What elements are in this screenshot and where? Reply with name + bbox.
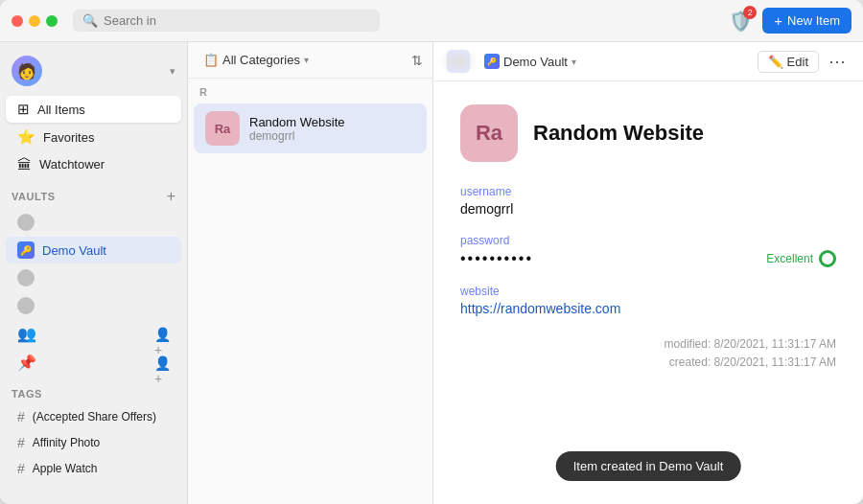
item-title: Random Website <box>533 121 704 146</box>
avatar: 🧑 <box>12 56 42 86</box>
meta-section: modified: 8/20/2021, 11:31:17 AM created… <box>460 335 836 372</box>
vault-icon-sm: 🔑 <box>484 54 500 69</box>
tags-section-header: TAGS <box>0 384 187 403</box>
tag-label: Affinity Photo <box>33 436 101 449</box>
gear-icon <box>17 214 35 231</box>
password-label: password <box>460 234 836 247</box>
tags-section: # (Accepted Share Offers) # Affinity Pho… <box>0 404 187 481</box>
vaults-section-header: VAULTS + <box>0 185 187 208</box>
titlebar-right: 🛡️ 2 + New Item <box>729 8 851 34</box>
item-avatar: Ra <box>460 104 518 162</box>
sidebar-item-tag-affinity-photo[interactable]: # Affinity Photo <box>6 430 181 455</box>
password-row: •••••••••• Excellent <box>460 250 836 267</box>
list-toolbar: 📋 All Categories ▾ ⇅ <box>188 42 432 79</box>
item-header: Ra Random Website <box>460 104 836 162</box>
category-label: All Categories <box>222 53 300 67</box>
star-icon: ⭐ <box>17 128 35 146</box>
list-item[interactable]: Ra Random Website demogrrl <box>194 103 427 153</box>
titlebar: 🔍 🛡️ 2 + New Item <box>0 0 863 42</box>
category-icon: 📋 <box>203 53 219 67</box>
search-bar[interactable]: 🔍 <box>73 10 380 32</box>
sidebar-item-favorites[interactable]: ⭐ Favorites <box>6 124 181 150</box>
list-item-subtitle: demogrrl <box>249 129 415 143</box>
website-label: website <box>460 285 836 298</box>
detail-toolbar-right: ✏️ Edit ⋯ <box>758 51 850 73</box>
minimize-button[interactable] <box>29 15 40 27</box>
password-strength: Excellent <box>766 250 836 267</box>
pencil-icon: ✏️ <box>768 55 783 69</box>
maximize-button[interactable] <box>46 15 58 27</box>
sidebar-item-label: Watchtower <box>39 157 105 172</box>
tag-label: (Accepted Share Offers) <box>33 410 156 424</box>
sidebar-item-tag-apple-watch[interactable]: # Apple Watch <box>6 456 181 481</box>
sidebar: 🧑 ▾ ⊞ All Items ⭐ Favorites 🏛 Watchtower <box>0 42 188 504</box>
detail-toolbar: 🔑 Demo Vault ▾ ✏️ Edit ⋯ <box>433 42 863 81</box>
sidebar-item-vault-1[interactable] <box>6 209 181 236</box>
watchtower-icon[interactable]: 🛡️ 2 <box>729 10 753 33</box>
sidebar-item-watchtower[interactable]: 🏛 Watchtower <box>6 151 181 177</box>
sidebar-item-vault-3[interactable] <box>6 264 181 291</box>
list-item-text: Random Website demogrrl <box>249 115 415 143</box>
website-value: https://randomwebsite.com <box>460 301 836 316</box>
search-input[interactable] <box>104 13 370 28</box>
sidebar-item-demo-vault[interactable]: 🔑 Demo Vault <box>6 237 181 263</box>
tag-icon: # <box>17 435 25 450</box>
sort-button[interactable]: ⇅ <box>411 53 423 68</box>
modified-text: modified: 8/20/2021, 11:31:17 AM <box>460 335 836 354</box>
profile-button[interactable]: 🧑 ▾ <box>0 50 187 92</box>
list-item-avatar: Ra <box>205 111 240 146</box>
password-value: •••••••••• <box>460 250 533 267</box>
edit-label: Edit <box>787 55 808 69</box>
strength-indicator <box>819 250 836 267</box>
add-person-icon: 👤+ <box>154 355 170 371</box>
list-item-name: Random Website <box>249 115 415 129</box>
sidebar-item-vault-4[interactable] <box>6 292 181 319</box>
chevron-icon: ▾ <box>304 55 309 65</box>
list-section-label: R <box>188 79 432 102</box>
search-icon: 🔍 <box>82 13 98 28</box>
gear-icon <box>17 269 35 286</box>
sidebar-item-all-items[interactable]: ⊞ All Items <box>6 96 181 123</box>
plus-icon: + <box>774 12 782 29</box>
sidebar-item-vault-5[interactable]: 👥 👤+ <box>6 320 181 348</box>
strength-label: Excellent <box>766 252 813 265</box>
tags-label: TAGS <box>12 388 42 400</box>
people-icon: 👥 <box>17 325 36 343</box>
username-field-group: username demogrrl <box>460 185 836 217</box>
edit-button[interactable]: ✏️ Edit <box>758 51 819 73</box>
breadcrumb-icon <box>447 50 470 73</box>
traffic-lights <box>12 15 58 27</box>
main-nav-section: ⊞ All Items ⭐ Favorites 🏛 Watchtower <box>0 96 187 177</box>
add-person-icon: 👤+ <box>154 327 170 342</box>
website-domain: randomwebsite.com <box>501 301 620 316</box>
tag-icon: # <box>17 461 25 476</box>
vault-name: Demo Vault <box>503 55 568 69</box>
more-options-button[interactable]: ⋯ <box>825 51 850 72</box>
app-window: 🔍 🛡️ 2 + New Item 🧑 ▾ ⊞ All <box>0 0 863 504</box>
vault-breadcrumb[interactable]: 🔑 Demo Vault ▾ <box>478 51 583 72</box>
chevron-down-icon: ▾ <box>170 65 175 78</box>
list-panel: 📋 All Categories ▾ ⇅ R Ra Random Website… <box>188 42 433 504</box>
detail-panel: 🔑 Demo Vault ▾ ✏️ Edit ⋯ Ra <box>433 42 863 504</box>
watchtower-nav-icon: 🏛 <box>17 156 32 172</box>
close-button[interactable] <box>12 15 23 27</box>
new-item-button[interactable]: + New Item <box>762 8 851 34</box>
chevron-icon: ▾ <box>571 57 576 67</box>
username-label: username <box>460 185 836 198</box>
vaults-section: 🔑 Demo Vault 👥 👤+ 📌 <box>0 209 187 377</box>
category-dropdown[interactable]: 📋 All Categories ▾ <box>198 50 315 70</box>
vault-icon: 🔑 <box>17 241 35 259</box>
new-item-label: New Item <box>787 13 840 28</box>
website-field-group: website https://randomwebsite.com <box>460 285 836 316</box>
list-items: R Ra Random Website demogrrl <box>188 79 432 504</box>
sidebar-item-label: Favorites <box>43 130 94 145</box>
vault-label: Demo Vault <box>42 243 106 258</box>
detail-toolbar-left: 🔑 Demo Vault ▾ <box>447 50 583 73</box>
sidebar-item-tag-accepted-share[interactable]: # (Accepted Share Offers) <box>6 404 181 429</box>
username-value: demogrrl <box>460 201 836 217</box>
vaults-label: VAULTS <box>12 191 56 202</box>
add-vault-button[interactable]: + <box>167 189 175 204</box>
website-link[interactable]: https://randomwebsite.com <box>460 301 620 316</box>
tag-label: Apple Watch <box>33 462 98 475</box>
tag-icon: # <box>17 409 25 424</box>
